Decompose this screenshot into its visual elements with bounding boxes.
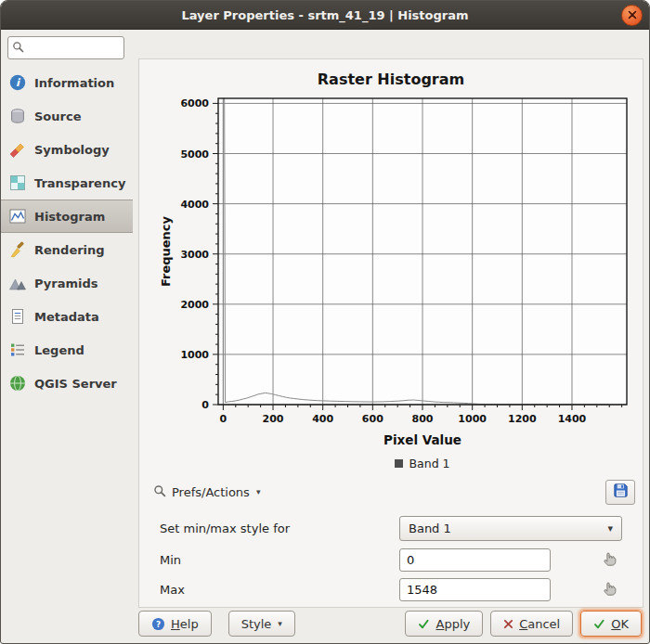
- sidebar-item-symbology[interactable]: Symbology: [1, 133, 133, 166]
- search-icon: [12, 41, 24, 56]
- sidebar-search: [7, 36, 124, 59]
- dialog-footer: ? Help Style ▾ Apply Cancel OK: [138, 611, 642, 637]
- sidebar-item-qgis-server[interactable]: QGIS Server: [1, 367, 133, 400]
- sidebar-item-pyramids[interactable]: Pyramids: [1, 266, 133, 300]
- svg-text:6000: 6000: [180, 97, 209, 109]
- histogram-chart: 0200400600800100012001400010002000300040…: [142, 91, 642, 432]
- search-input[interactable]: [27, 41, 114, 56]
- svg-text:0: 0: [220, 413, 228, 425]
- svg-text:3000: 3000: [180, 249, 209, 261]
- apply-label: Apply: [436, 617, 470, 631]
- help-button[interactable]: ? Help: [138, 611, 212, 637]
- footer-action-buttons: Apply Cancel OK: [405, 611, 642, 637]
- rendering-icon: [8, 240, 27, 259]
- apply-check-icon: [418, 618, 430, 630]
- sidebar-nav: i Information Source Symbology Transpare…: [1, 66, 133, 400]
- chevron-down-icon: ▾: [278, 619, 282, 628]
- svg-text:2000: 2000: [180, 299, 209, 311]
- sidebar: i Information Source Symbology Transpare…: [1, 29, 133, 643]
- ok-button[interactable]: OK: [580, 611, 642, 637]
- svg-text:1000: 1000: [180, 349, 209, 361]
- close-icon: [628, 8, 637, 22]
- svg-text:1200: 1200: [508, 413, 537, 425]
- symbology-icon: [8, 140, 27, 159]
- sidebar-item-legend[interactable]: Legend: [1, 333, 133, 367]
- hand-icon: [603, 550, 619, 570]
- band-select[interactable]: Band 1 ▾: [399, 516, 622, 541]
- transparency-icon: [8, 174, 27, 192]
- max-load-button[interactable]: [599, 578, 623, 601]
- min-label: Min: [160, 547, 181, 573]
- sidebar-item-metadata[interactable]: Metadata: [1, 300, 133, 333]
- pyramids-icon: [8, 274, 27, 292]
- sidebar-item-source[interactable]: Source: [1, 99, 133, 133]
- set-minmax-row: Set min/max style for Band 1 ▾: [139, 516, 643, 541]
- min-row: Min: [139, 547, 643, 573]
- ok-check-icon: [593, 618, 605, 630]
- magnifier-icon: [153, 484, 166, 500]
- max-label: Max: [160, 577, 185, 602]
- svg-text:0: 0: [202, 399, 209, 411]
- legend-icon: [8, 341, 27, 359]
- max-input[interactable]: [399, 578, 551, 601]
- svg-text:1400: 1400: [558, 413, 587, 425]
- source-icon: [8, 107, 27, 125]
- information-icon: i: [8, 73, 27, 92]
- chevron-down-icon: ▾: [607, 522, 613, 535]
- style-label: Style: [241, 617, 272, 631]
- help-label: Help: [171, 617, 199, 631]
- set-minmax-label: Set min/max style for: [160, 516, 290, 541]
- svg-text:400: 400: [312, 413, 333, 425]
- sidebar-item-histogram[interactable]: Histogram: [1, 200, 133, 233]
- style-button[interactable]: Style ▾: [228, 611, 295, 637]
- cancel-button[interactable]: Cancel: [490, 611, 573, 637]
- close-button[interactable]: [621, 5, 643, 26]
- metadata-icon: [8, 307, 27, 326]
- legend-label: Band 1: [409, 457, 449, 470]
- layer-properties-dialog: Layer Properties - srtm_41_19 | Histogra…: [0, 0, 650, 644]
- svg-text:1000: 1000: [458, 413, 487, 425]
- window-title: Layer Properties - srtm_41_19 | Histogra…: [181, 8, 468, 22]
- qgis-server-icon: [8, 374, 27, 393]
- svg-text:?: ?: [156, 619, 161, 628]
- cancel-x-icon: [503, 619, 514, 629]
- svg-text:600: 600: [362, 413, 384, 425]
- save-icon: [612, 482, 630, 502]
- titlebar[interactable]: Layer Properties - srtm_41_19 | Histogra…: [1, 1, 649, 30]
- x-axis-title: Pixel Value: [218, 432, 627, 447]
- chart-legend: Band 1: [218, 457, 627, 470]
- svg-text:200: 200: [263, 413, 284, 425]
- sidebar-item-transparency[interactable]: Transparency: [1, 166, 133, 200]
- svg-text:Frequency: Frequency: [159, 215, 173, 287]
- band-select-value: Band 1: [409, 522, 451, 535]
- histogram-panel: Raster Histogram 02004006008001000120014…: [138, 58, 644, 608]
- legend-marker: [395, 459, 403, 468]
- help-icon: ?: [151, 617, 165, 631]
- prefs-actions-button[interactable]: Prefs/Actions ▾: [147, 481, 266, 504]
- svg-text:800: 800: [412, 413, 434, 425]
- sidebar-item-rendering[interactable]: Rendering: [1, 233, 133, 266]
- min-input[interactable]: [399, 548, 551, 572]
- prefs-actions-label: Prefs/Actions: [172, 485, 250, 499]
- svg-text:4000: 4000: [180, 199, 209, 211]
- max-row: Max: [139, 577, 643, 602]
- histogram-icon: [8, 207, 27, 225]
- ok-label: OK: [611, 617, 629, 631]
- svg-text:5000: 5000: [180, 148, 209, 161]
- prefs-actions-row: Prefs/Actions ▾: [147, 479, 635, 505]
- chevron-down-icon: ▾: [256, 487, 261, 496]
- hand-icon: [603, 580, 619, 599]
- cancel-label: Cancel: [519, 617, 560, 631]
- apply-button[interactable]: Apply: [405, 611, 483, 637]
- save-plot-button[interactable]: [605, 480, 635, 505]
- chart-title: Raster Histogram: [139, 71, 643, 88]
- min-load-button[interactable]: [599, 548, 623, 572]
- sidebar-item-information[interactable]: i Information: [1, 66, 133, 99]
